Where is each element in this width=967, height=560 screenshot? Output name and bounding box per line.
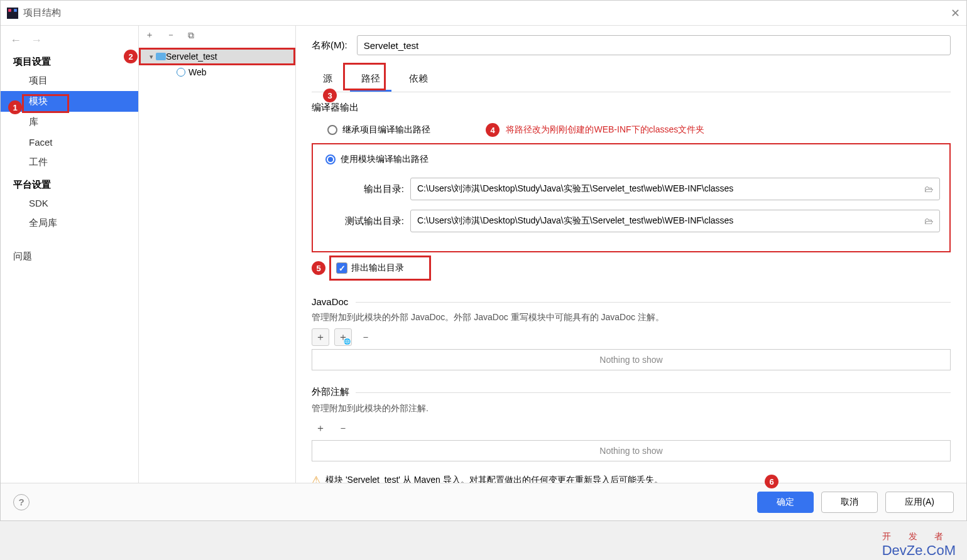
web-icon [177,68,185,77]
warning-row: ⚠ 模块 'Servelet_test' 从 Maven 导入。对其配置做出的任… [312,474,951,483]
test-output-value: C:\Users\刘沛淇\Desktop\Study\Java\实验五\Serv… [417,215,733,227]
marker-6: 6 [765,475,779,488]
sidebar-item-problem[interactable]: 问题 [1,246,138,267]
sidebar-item-global-lib[interactable]: 全局库 [1,213,138,234]
forward-icon[interactable]: → [31,34,42,47]
external-title: 外部注解 [312,386,951,398]
add-javadoc-url-button[interactable]: ＋🌐 [334,328,352,346]
bottom-bar: ? 确定 取消 应用(A) [1,483,966,520]
watermark: 开 发 者 DevZe.CoM [882,531,956,559]
javadoc-helper: 管理附加到此模块的外部 JavaDoc。外部 JavaDoc 重写模块中可能具有… [312,312,951,323]
compiler-output-label: 编译器输出 [312,102,951,114]
sidebar-item-project[interactable]: 项目 [1,70,138,91]
name-label: 名称(M): [312,40,347,51]
app-logo-icon [7,8,18,19]
tab-deps[interactable]: 依赖 [398,68,439,92]
test-output-input[interactable]: C:\Users\刘沛淇\Desktop\Study\Java\实验五\Serv… [410,210,940,232]
warning-icon: ⚠ [312,474,320,483]
module-web-label: Web [188,67,207,77]
back-icon[interactable]: ← [10,34,21,47]
cancel-button[interactable]: 取消 [821,492,878,513]
copy-module-icon[interactable]: ⧉ [188,30,194,41]
inherit-radio-row[interactable]: 继承项目编译输出路径 4 将路径改为刚刚创建的WEB-INF下的classes文… [312,120,951,140]
folder-icon [156,53,166,60]
ok-button[interactable]: 确定 [757,492,814,513]
checkbox-checked-icon[interactable]: ✓ [336,262,347,274]
radio-checked-icon[interactable] [325,154,336,164]
javadoc-title: JavaDoc [312,296,951,307]
tab-path[interactable]: 路径 [350,68,391,92]
exclude-label: 排出输出目录 [351,262,404,274]
marker-2: 2 [124,50,138,63]
output-dir-value: C:\Users\刘沛淇\Desktop\Study\Java\实验五\Serv… [417,183,733,195]
external-empty: Nothing to show [312,440,951,461]
sidebar: ← → 项目设置 项目 模块 库 Facet 工件 平台设置 SDK 全局库 问… [1,26,139,483]
exclude-checkbox-row[interactable]: ✓ 排出输出目录 [329,256,431,281]
test-output-dir-row: 测试输出目录: C:\Users\刘沛淇\Desktop\Study\Java\… [322,210,940,232]
test-output-label: 测试输出目录: [322,215,410,227]
add-javadoc-button[interactable]: ＋ [312,328,329,346]
svg-rect-2 [14,9,17,12]
browse-icon[interactable]: 🗁 [924,184,933,194]
remove-module-icon[interactable]: － [167,30,175,41]
content-panel: 名称(M): 源 路径 依赖 编译器输出 继承项目编译输出路径 4 将路径改为刚… [296,26,966,483]
output-dir-label: 输出目录: [322,183,410,195]
sidebar-item-facet[interactable]: Facet [1,132,138,152]
inherit-label: 继承项目编译输出路径 [342,124,430,136]
browse-icon[interactable]: 🗁 [924,216,933,226]
output-paths-box: 使用模块编译输出路径 输出目录: C:\Users\刘沛淇\Desktop\St… [312,143,951,252]
window-title: 项目结构 [23,7,61,19]
module-tree: ▾ Servelet_test Web [139,45,295,82]
tabs: 源 路径 依赖 [312,68,951,92]
external-btns: ＋ － [312,419,951,437]
help-icon[interactable]: ? [13,494,30,510]
watermark-cn: 开 发 者 [882,531,956,542]
use-module-label: 使用模块编译输出路径 [341,154,429,165]
window: 项目结构 ✕ ← → 项目设置 项目 模块 库 Facet 工件 平台设置 SD… [0,0,967,521]
marker-3: 3 [323,89,337,102]
output-dir-input[interactable]: C:\Users\刘沛淇\Desktop\Study\Java\实验五\Serv… [410,178,940,200]
name-row: 名称(M): [312,35,951,55]
titlebar: 项目结构 ✕ [1,1,966,26]
sidebar-nav: ← → [1,31,138,50]
sidebar-item-sdk[interactable]: SDK [1,193,138,213]
module-toolbar: ＋ － ⧉ [139,26,295,45]
add-module-icon[interactable]: ＋ [145,30,154,41]
external-helper: 管理附加到此模块的外部注解. [312,403,951,414]
radio-unchecked-icon[interactable] [327,125,337,135]
marker-4: 4 [486,123,500,137]
module-tree-root[interactable]: ▾ Servelet_test [139,48,295,65]
body: ← → 项目设置 项目 模块 库 Facet 工件 平台设置 SDK 全局库 问… [1,26,966,483]
warning-text: 模块 'Servelet_test' 从 Maven 导入。对其配置做出的任何变… [325,475,663,483]
svg-rect-1 [8,9,11,12]
platform-settings-header: 平台设置 [1,173,138,193]
marker-1: 1 [8,100,22,114]
output-dir-row: 输出目录: C:\Users\刘沛淇\Desktop\Study\Java\实验… [322,178,940,200]
chevron-down-icon[interactable]: ▾ [147,53,156,61]
module-tree-web[interactable]: Web [139,65,295,79]
watermark-en: DevZe.CoM [882,542,956,559]
add-external-button[interactable]: ＋ [312,419,329,437]
use-module-radio-row[interactable]: 使用模块编译输出路径 [322,151,940,168]
javadoc-empty: Nothing to show [312,349,951,370]
module-list-panel: ＋ － ⧉ ▾ Servelet_test Web [139,26,296,483]
annotation4-text: 4 将路径改为刚刚创建的WEB-INF下的classes文件夹 [486,123,704,137]
module-root-label: Servelet_test [166,51,217,62]
sidebar-item-artifact[interactable]: 工件 [1,152,138,173]
apply-button[interactable]: 应用(A) [885,492,954,513]
marker-5: 5 [312,261,325,275]
remove-external-button[interactable]: － [334,419,352,437]
javadoc-btns: ＋ ＋🌐 － [312,328,951,346]
sidebar-item-library[interactable]: 库 [1,112,138,132]
project-settings-header: 项目设置 [1,50,138,70]
remove-javadoc-button[interactable]: － [357,328,374,346]
close-icon[interactable]: ✕ [951,6,960,20]
name-input[interactable] [357,35,951,55]
